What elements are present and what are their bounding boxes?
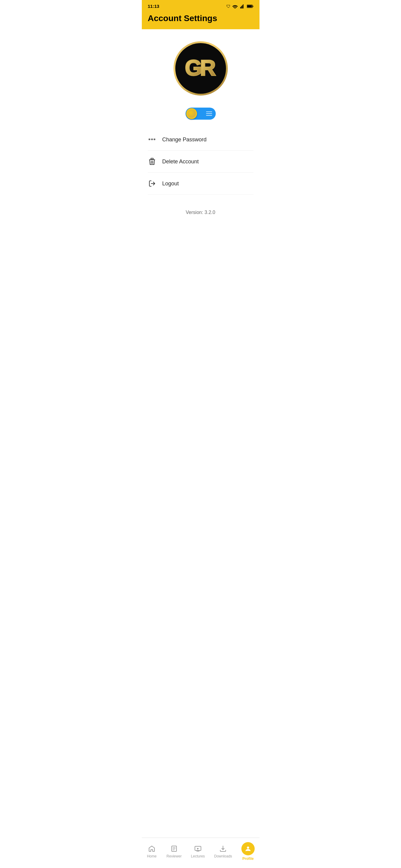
status-icons: 🛡 [226,4,254,9]
change-password-item[interactable]: *** Change Password [148,129,254,151]
notification-toggle[interactable] [185,107,216,120]
wifi-icon [232,4,238,8]
svg-text:G: G [185,56,202,80]
delete-account-item[interactable]: Delete Account [148,151,254,173]
delete-account-label: Delete Account [162,158,199,165]
svg-rect-13 [151,158,153,159]
svg-rect-1 [241,6,241,8]
toggle-line-3 [206,115,212,116]
status-bar: 11:13 🛡 [142,0,259,11]
signal-icon [239,4,245,8]
svg-rect-3 [242,4,243,8]
svg-rect-6 [247,5,252,7]
toggle-line-1 [206,112,212,112]
avatar-section: G G R R [142,29,259,104]
battery-icon [247,4,254,8]
svg-text:***: *** [148,137,156,142]
toggle-line-2 [206,113,212,114]
logout-icon [148,179,156,188]
svg-rect-5 [252,5,253,7]
svg-text:R: R [200,56,216,80]
brand-logo: G G R R [182,55,219,82]
version-text: Version: 3.2.0 [186,210,216,215]
logout-item[interactable]: Logout [148,173,254,195]
logout-label: Logout [162,181,179,187]
status-time: 11:13 [148,4,159,9]
shield-icon: 🛡 [226,4,231,9]
toggle-knob [186,108,197,119]
version-section: Version: 3.2.0 [142,195,259,224]
avatar-inner: G G R R [175,43,226,94]
header: Account Settings [142,11,259,29]
svg-rect-2 [242,5,242,8]
change-password-label: Change Password [162,136,207,143]
main-content: G G R R [142,29,259,224]
menu-section: *** Change Password Delete Account [142,129,259,195]
svg-rect-0 [240,7,241,8]
trash-icon [148,157,156,166]
password-icon: *** [148,135,156,144]
toggle-lines [206,112,212,116]
page-title: Account Settings [148,13,254,23]
avatar-container: G G R R [173,41,228,96]
toggle-section [142,104,259,129]
